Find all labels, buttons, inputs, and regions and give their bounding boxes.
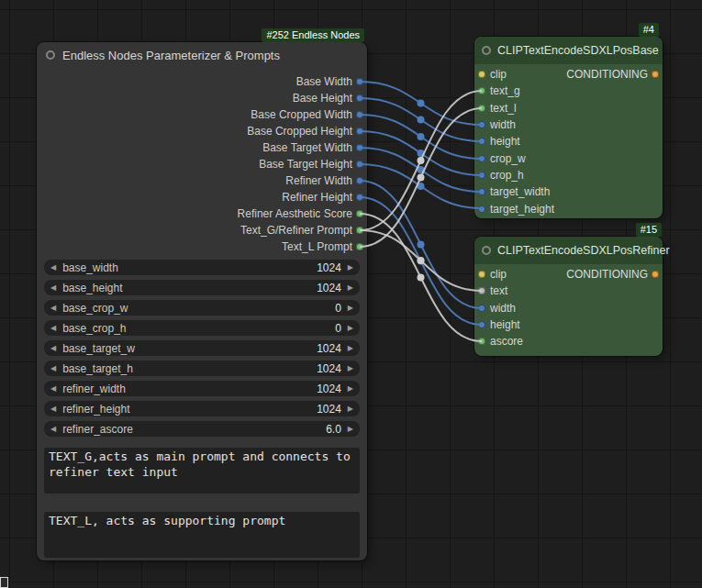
input-row: height <box>474 133 663 150</box>
increment-arrow-icon[interactable]: ▶ <box>348 405 353 413</box>
output-slot-dot[interactable] <box>356 227 363 234</box>
number-widget-base-height[interactable]: ◀base_height1024▶ <box>44 280 360 295</box>
number-widget-refiner-ascore[interactable]: ◀refiner_ascore6.0▶ <box>44 421 360 437</box>
input-label: target_width <box>490 185 550 198</box>
link-wire <box>360 131 482 175</box>
number-widget-base-target-h[interactable]: ◀base_target_h1024▶ <box>44 361 360 376</box>
increment-arrow-icon[interactable]: ▶ <box>348 305 353 312</box>
link-midpoint-dot <box>418 133 425 140</box>
link-wire <box>360 115 482 159</box>
link-midpoint-dot <box>418 274 425 282</box>
output-slot-dot[interactable] <box>356 78 363 85</box>
widget-value: 1024 <box>317 383 341 395</box>
node-title-bar[interactable]: Endless Nodes Parameterizer & Prompts <box>37 42 367 68</box>
input-slots: CONDITIONING clip text_g text_l width he… <box>474 66 663 217</box>
increment-arrow-icon[interactable]: ▶ <box>348 365 353 372</box>
node-endless-parameterizer[interactable]: Endless Nodes Parameterizer & Prompts Ba… <box>37 42 367 560</box>
output-slot-dot[interactable] <box>356 144 363 151</box>
output-label: Base Target Width <box>262 141 352 154</box>
number-widget-refiner-height[interactable]: ◀refiner_height1024▶ <box>44 401 360 416</box>
decrement-arrow-icon[interactable]: ◀ <box>50 426 56 433</box>
output-label: Base Cropped Height <box>247 125 352 138</box>
input-slot-dot[interactable] <box>478 305 485 312</box>
input-label: text <box>490 284 507 297</box>
output-slot-dot[interactable] <box>356 177 363 184</box>
link-midpoint-dot <box>418 157 425 164</box>
number-widget-base-crop-h[interactable]: ◀base_crop_h0▶ <box>44 320 360 336</box>
input-label: clip <box>490 68 507 81</box>
graph-canvas[interactable]: Endless Nodes Parameterizer & Prompts Ba… <box>0 0 702 588</box>
increment-arrow-icon[interactable]: ▶ <box>348 264 353 272</box>
collapse-dot-icon[interactable] <box>46 50 55 60</box>
input-slot-dot[interactable] <box>478 205 485 213</box>
input-label: text_g <box>490 84 520 97</box>
link-midpoint-dot <box>418 100 425 107</box>
number-widget-refiner-width[interactable]: ◀refiner_width1024▶ <box>44 381 360 396</box>
output-row: Base Cropped Height <box>37 123 367 139</box>
decrement-arrow-icon[interactable]: ◀ <box>50 405 56 413</box>
output-row: Refiner Width <box>37 172 367 189</box>
input-slot-dot[interactable] <box>478 338 485 345</box>
increment-arrow-icon[interactable]: ▶ <box>348 385 353 393</box>
node-title-bar[interactable]: CLIPTextEncodeSDXLPosRefiner <box>474 237 663 264</box>
output-label: Refiner Width <box>285 174 352 187</box>
increment-arrow-icon[interactable]: ▶ <box>348 284 353 292</box>
increment-arrow-icon[interactable]: ▶ <box>348 426 353 433</box>
decrement-arrow-icon[interactable]: ◀ <box>50 325 56 332</box>
widget-name: refiner_height <box>62 403 129 416</box>
decrement-arrow-icon[interactable]: ◀ <box>50 264 56 272</box>
decrement-arrow-icon[interactable]: ◀ <box>50 365 56 372</box>
text-l-prompt-textarea[interactable]: TEXT_L, acts as supporting prompt <box>44 512 360 558</box>
input-slot-dot[interactable] <box>478 155 485 162</box>
input-slot-dot[interactable] <box>478 105 485 112</box>
number-widget-base-target-w[interactable]: ◀base_target_w1024▶ <box>44 340 360 356</box>
output-slot-dot[interactable] <box>356 161 363 168</box>
text-g-prompt-textarea[interactable]: TEXT_G,acts as main prompt and connects … <box>44 448 360 494</box>
decrement-arrow-icon[interactable]: ◀ <box>50 345 56 352</box>
node-clip-encode-refiner[interactable]: CLIPTextEncodeSDXLPosRefiner CONDITIONIN… <box>474 237 663 356</box>
output-row: Base Target Width <box>37 139 367 156</box>
output-slot-dot[interactable] <box>356 210 363 217</box>
widget-name: base_target_h <box>62 362 133 375</box>
output-label: Base Height <box>293 92 352 105</box>
node-clip-encode-base[interactable]: CLIPTextEncodeSDXLPosBase CONDITIONING c… <box>474 37 663 218</box>
input-slot-dot[interactable] <box>478 138 485 145</box>
input-slot-dot[interactable] <box>478 271 485 278</box>
output-slot-dot[interactable] <box>356 194 363 201</box>
output-slot-dot[interactable] <box>356 128 363 135</box>
output-row: Base Target Height <box>37 156 367 172</box>
input-slot-dot[interactable] <box>478 87 485 94</box>
input-row: ascore <box>474 333 663 349</box>
input-row: text <box>474 283 663 299</box>
input-slot-dot[interactable] <box>478 172 485 179</box>
input-label: ascore <box>490 335 523 348</box>
input-slot-dot[interactable] <box>478 121 485 128</box>
input-label: crop_h <box>490 169 524 182</box>
link-midpoint-dot <box>418 257 425 264</box>
number-widget-base-width[interactable]: ◀base_width1024▶ <box>44 260 360 275</box>
decrement-arrow-icon[interactable]: ◀ <box>50 284 56 292</box>
output-slot-dot[interactable] <box>356 111 363 118</box>
output-label: Text_G/Refiner Prompt <box>240 224 352 237</box>
decrement-arrow-icon[interactable]: ◀ <box>50 305 56 312</box>
input-slot-dot[interactable] <box>478 321 485 328</box>
input-slot-dot[interactable] <box>478 188 485 195</box>
increment-arrow-icon[interactable]: ▶ <box>348 345 353 352</box>
output-slot-dot[interactable] <box>356 243 363 250</box>
collapse-dot-icon[interactable] <box>482 46 491 55</box>
link-midpoint-dot <box>418 183 425 190</box>
increment-arrow-icon[interactable]: ▶ <box>348 325 353 332</box>
output-slot-dot[interactable] <box>356 94 363 102</box>
node-title-bar[interactable]: CLIPTextEncodeSDXLPosBase <box>474 37 663 64</box>
output-label: Base Target Height <box>259 158 352 171</box>
collapse-dot-icon[interactable] <box>482 246 491 255</box>
node-id-badge-main: #252 Endless Nodes <box>262 28 364 42</box>
input-slot-dot[interactable] <box>478 287 485 294</box>
input-slot-dot[interactable] <box>478 71 485 78</box>
input-row: text_l <box>474 100 663 116</box>
widget-value: 6.0 <box>326 423 341 436</box>
widget-name: base_width <box>62 261 118 274</box>
output-label: Base Cropped Width <box>251 108 352 121</box>
decrement-arrow-icon[interactable]: ◀ <box>50 385 56 393</box>
number-widget-base-crop-w[interactable]: ◀base_crop_w0▶ <box>44 300 360 316</box>
